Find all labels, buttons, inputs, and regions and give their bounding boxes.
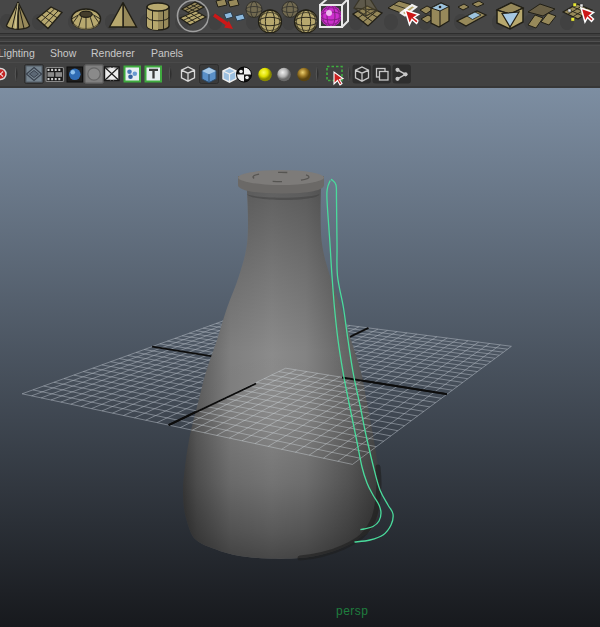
svg-text:persp: persp bbox=[336, 604, 369, 618]
